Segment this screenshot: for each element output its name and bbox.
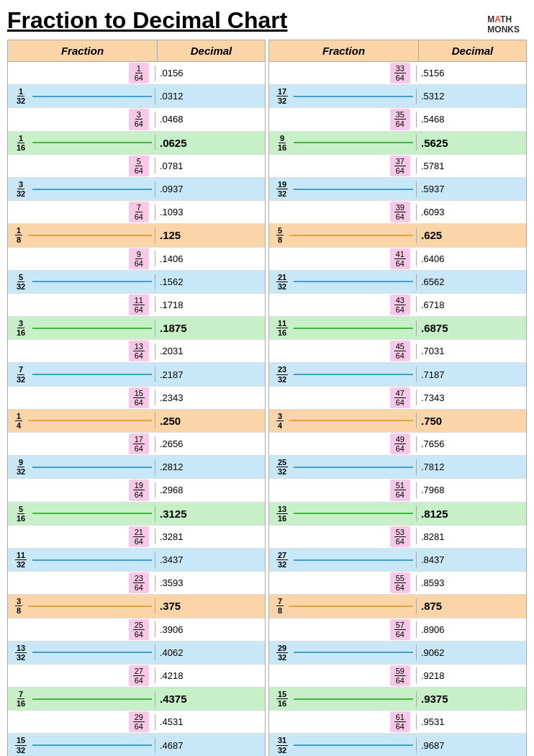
left-header-fraction: Fraction — [8, 40, 158, 61]
decimal-cell: .1093 — [155, 204, 265, 220]
table-row: 2532.7812 — [269, 456, 526, 479]
table-row: 916.5625 — [269, 132, 526, 155]
fraction-line — [28, 420, 152, 421]
fraction-cell: 2532 — [269, 456, 416, 478]
fraction-cell: 4164 — [269, 248, 416, 270]
table-row: 6164.9531 — [269, 711, 526, 734]
table-row: 1964.2968 — [8, 479, 265, 502]
fraction-cell: 2964 — [8, 711, 155, 733]
fraction-cell: 14 — [8, 410, 155, 432]
decimal-cell: .125 — [155, 228, 265, 243]
decimal-cell: .4375 — [155, 691, 265, 707]
fraction-cell: 18 — [8, 224, 155, 246]
decimal-cell: .0468 — [155, 112, 265, 127]
decimal-cell: .0156 — [155, 66, 265, 81]
decimal-cell: .875 — [416, 598, 526, 614]
table-row: 3964.6093 — [269, 201, 526, 224]
decimal-cell: .8281 — [416, 528, 526, 544]
fraction-cell: 2564 — [8, 618, 155, 641]
decimal-cell: .4687 — [155, 737, 265, 753]
table-row: 4564.7031 — [269, 340, 526, 363]
fraction-line — [32, 374, 152, 375]
table-row: 2564.3906 — [8, 618, 265, 642]
fraction-cell: 4964 — [269, 433, 416, 455]
table-row: 3132.9687 — [269, 734, 526, 756]
table-row: 564.0781 — [8, 155, 265, 178]
decimal-cell: .3125 — [155, 505, 265, 521]
fraction-line — [294, 189, 413, 190]
decimal-cell: .625 — [416, 228, 526, 243]
table-row: 5964.9218 — [269, 665, 526, 688]
table-row: 1364.2031 — [8, 340, 265, 363]
table-row: 1532.4687 — [8, 734, 265, 756]
table-row: 964.1406 — [8, 248, 265, 271]
logo-mark: MATHMONKS — [487, 14, 520, 35]
fraction-line — [289, 420, 413, 421]
fraction-line — [289, 606, 413, 607]
decimal-cell: .3906 — [155, 621, 265, 637]
fraction-cell: 58 — [269, 224, 416, 246]
table-row: 14.250 — [8, 410, 265, 433]
table-row: 1164.1718 — [8, 294, 265, 317]
table-row: 18.125 — [8, 224, 265, 247]
table-row: 532.1562 — [8, 271, 265, 294]
table-row: 716.4375 — [8, 688, 265, 711]
fraction-line — [294, 559, 413, 561]
decimal-cell: .6718 — [416, 297, 526, 312]
fraction-line — [294, 142, 413, 143]
table-row: 1316.8125 — [269, 503, 526, 526]
decimal-cell: .9531 — [416, 714, 526, 730]
fraction-cell: 3964 — [269, 201, 416, 223]
fraction-cell: 3364 — [269, 62, 416, 84]
decimal-cell: .1406 — [155, 251, 265, 266]
fraction-cell: 3132 — [269, 734, 416, 756]
fraction-line — [32, 328, 152, 329]
table-row: 1932.5937 — [269, 178, 526, 201]
right-header-fraction: Fraction — [269, 40, 419, 61]
table-row: 4164.6406 — [269, 248, 526, 271]
fraction-cell: 1764 — [8, 433, 155, 455]
fraction-line — [294, 652, 413, 653]
fraction-cell: 932 — [8, 456, 155, 478]
fraction-line — [28, 606, 152, 607]
fraction-cell: 2364 — [8, 572, 155, 594]
decimal-cell: .9375 — [416, 691, 526, 707]
table-row: 1564.2343 — [8, 387, 265, 410]
decimal-cell: .5625 — [416, 135, 526, 150]
fraction-cell: 116 — [8, 132, 155, 154]
fraction-cell: 4364 — [269, 294, 416, 316]
table-row: 2732.8437 — [269, 549, 526, 572]
decimal-cell: .3437 — [155, 552, 265, 568]
fraction-line — [294, 96, 413, 97]
fraction-line — [32, 698, 152, 700]
table-row: 3564.5468 — [269, 108, 526, 131]
table-row: 38.375 — [8, 595, 265, 618]
fraction-cell: 532 — [8, 271, 155, 293]
decimal-cell: .750 — [416, 413, 526, 428]
fraction-line — [32, 467, 152, 468]
decimal-cell: .0625 — [155, 135, 265, 150]
decimal-cell: .0937 — [155, 181, 265, 197]
fraction-cell: 1532 — [8, 734, 155, 756]
fraction-line — [32, 96, 152, 97]
fraction-cell: 1964 — [8, 479, 155, 501]
decimal-cell: .2031 — [155, 343, 265, 359]
fraction-cell: 2764 — [8, 665, 155, 687]
decimal-cell: .3281 — [155, 528, 265, 544]
fraction-line — [28, 235, 152, 236]
decimal-cell: .375 — [155, 598, 265, 614]
table-row: 1516.9375 — [269, 688, 526, 711]
table-row: 2964.4531 — [8, 711, 265, 734]
fraction-cell: 5164 — [269, 479, 416, 501]
fraction-cell: 2732 — [269, 549, 416, 571]
table-row: 2364.3593 — [8, 572, 265, 595]
decimal-cell: .9687 — [416, 737, 526, 753]
fraction-line — [32, 559, 152, 561]
fraction-line — [32, 189, 152, 190]
fraction-line — [289, 235, 413, 236]
decimal-cell: .8906 — [416, 621, 526, 637]
table-row: 1116.6875 — [269, 317, 526, 340]
table-row: 5364.8281 — [269, 526, 526, 549]
decimal-cell: .7656 — [416, 436, 526, 452]
decimal-cell: .7968 — [416, 482, 526, 498]
